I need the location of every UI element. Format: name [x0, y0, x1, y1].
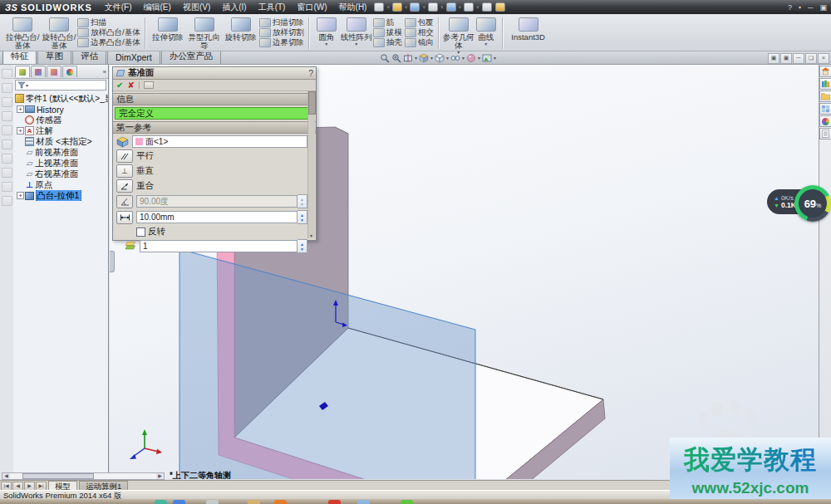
taskbar-app-icon[interactable]	[328, 500, 341, 504]
tree-item-sensors[interactable]: 传感器	[13, 115, 108, 125]
lofted-cut-button[interactable]: 放样切割	[259, 28, 304, 37]
taskbar-app-icon[interactable]	[206, 500, 219, 504]
dropdown-caret[interactable]: ▾	[325, 42, 327, 46]
open-document-icon[interactable]	[392, 2, 402, 12]
dropdown-caret[interactable]: ▾	[478, 56, 480, 61]
menu-view[interactable]: 视图(V)	[177, 0, 216, 14]
pm-help-button[interactable]: ?	[308, 68, 313, 78]
reference-geometry-button[interactable]: 参考几何体▾	[443, 16, 475, 55]
lofted-boss-button[interactable]: 放样凸台/基体	[77, 28, 140, 37]
table-tool-icon[interactable]	[2, 69, 12, 79]
dropdown-caret[interactable]: ▾	[462, 56, 465, 61]
doc-close-button[interactable]: ×	[818, 53, 829, 64]
tree-item-top-plane[interactable]: ▱ 上视基准面	[13, 158, 108, 169]
hide-show-items-icon[interactable]	[450, 53, 460, 63]
zoom-to-area-icon[interactable]	[391, 53, 401, 63]
fillet-button[interactable]: 圆角▾	[313, 16, 340, 46]
flip-checkbox[interactable]	[136, 228, 145, 237]
plane-count-spinner[interactable]: ▲▼	[297, 239, 307, 253]
dropdown-caret[interactable]: ▾	[430, 56, 433, 61]
table-tool-icon[interactable]	[2, 139, 12, 149]
tree-item-origin[interactable]: ⊥ 原点	[13, 179, 108, 190]
next-tab-icon[interactable]: ▶	[24, 482, 35, 491]
distance-spinner[interactable]: ▲▼	[297, 210, 307, 224]
prev-tab-icon[interactable]: ◀	[12, 482, 23, 491]
dropdown-caret[interactable]: ▾	[484, 42, 487, 46]
plane-count-input[interactable]: 1	[140, 240, 297, 252]
tree-filter-box[interactable]: ▾	[15, 80, 106, 91]
tree-item-history[interactable]: + History	[13, 104, 108, 115]
panel-splitter-handle[interactable]	[110, 251, 115, 272]
tree-item-boss-extrude[interactable]: + 凸台-拉伸1	[13, 190, 108, 201]
options-icon[interactable]	[495, 2, 505, 12]
configuration-manager-tab[interactable]	[47, 66, 61, 77]
section-view-icon[interactable]	[403, 53, 413, 63]
scroll-right-icon[interactable]: ▶	[156, 473, 164, 479]
display-manager-tab[interactable]	[62, 66, 77, 77]
table-tool-icon[interactable]	[2, 196, 12, 206]
curves-button[interactable]: 曲线▾	[475, 16, 498, 46]
table-tool-icon[interactable]	[2, 83, 12, 93]
appearances-icon[interactable]	[819, 115, 831, 127]
solidworks-resources-icon[interactable]	[819, 66, 831, 77]
wrap-button[interactable]: 包覆	[405, 18, 434, 27]
reference-selection-box[interactable]: 面<1>	[132, 135, 307, 148]
shell-button[interactable]: 抽壳	[373, 38, 402, 47]
coincident-constraint-button[interactable]	[116, 179, 133, 193]
tree-item-material[interactable]: 材质 <未指定>	[13, 136, 108, 147]
pm-detail-preview-icon[interactable]	[144, 81, 154, 89]
pm-ok-button[interactable]: ✔	[116, 81, 123, 90]
taskbar-app-icon[interactable]	[401, 500, 413, 504]
swept-cut-button[interactable]: 扫描切除	[259, 18, 304, 27]
tree-item-front-plane[interactable]: ▱ 前视基准面	[13, 147, 108, 158]
pm-scrollbar-thumb[interactable]	[308, 91, 316, 115]
menu-window[interactable]: 窗口(W)	[291, 0, 332, 14]
taskbar-app-icon[interactable]	[248, 500, 260, 504]
doc-restore-button[interactable]: ❏	[805, 53, 817, 64]
help-caret-icon[interactable]: ▾	[795, 4, 804, 10]
rebuild-icon[interactable]	[482, 2, 492, 12]
taskbar-app-icon[interactable]	[173, 500, 185, 504]
perpendicular-constraint-button[interactable]: ⊥	[116, 164, 133, 178]
zoom-fit-icon[interactable]	[380, 53, 390, 63]
doc-minimize-button[interactable]: ─	[793, 53, 804, 64]
file-explorer-icon[interactable]	[819, 91, 831, 102]
expand-icon[interactable]: +	[17, 192, 24, 199]
dropdown-caret[interactable]: ▾	[355, 42, 357, 46]
revolved-boss-button[interactable]: 旋转凸台/基体	[41, 16, 77, 50]
help-button[interactable]: ?	[784, 3, 795, 12]
first-tab-icon[interactable]: |◀	[1, 482, 12, 491]
pm-cancel-button[interactable]: ✘	[127, 81, 134, 90]
scrollbar-thumb[interactable]	[22, 473, 94, 479]
menu-help[interactable]: 帮助(H)	[333, 0, 373, 14]
dropdown-caret[interactable]: ▾	[26, 83, 28, 88]
dropdown-caret[interactable]: ▾	[494, 56, 496, 61]
tile-window-icon[interactable]: ▣	[780, 53, 792, 64]
pm-info-group-header[interactable]: 信息«	[113, 93, 316, 105]
swept-boss-button[interactable]: 扫描	[77, 18, 140, 27]
table-tool-icon[interactable]	[2, 182, 12, 192]
table-tool-icon[interactable]	[2, 111, 12, 121]
taskbar-app-icon[interactable]	[274, 500, 287, 504]
parallel-constraint-button[interactable]	[116, 149, 133, 163]
menu-tools[interactable]: 工具(T)	[253, 0, 292, 14]
apply-scene-icon[interactable]	[482, 53, 492, 63]
draft-button[interactable]: 拔模	[373, 28, 402, 37]
taskbar-app-icon[interactable]	[155, 500, 167, 504]
table-tool-icon[interactable]	[2, 154, 12, 164]
dropdown-caret[interactable]: ▾	[446, 56, 449, 61]
pm-scroll-down-icon[interactable]: ▾	[308, 232, 314, 238]
display-style-icon[interactable]	[435, 53, 445, 63]
view-orientation-icon[interactable]	[419, 53, 429, 63]
property-manager-tab[interactable]	[31, 66, 46, 77]
expand-icon[interactable]: +	[17, 127, 24, 135]
dropdown-caret[interactable]: ▾	[415, 56, 417, 61]
tab-dimxpert[interactable]: DimXpert	[107, 51, 160, 64]
expand-icon[interactable]: +	[17, 105, 24, 113]
rib-button[interactable]: 筋	[373, 18, 402, 27]
menu-edit[interactable]: 编辑(E)	[138, 0, 177, 14]
menu-insert[interactable]: 插入(I)	[216, 0, 252, 14]
save-icon[interactable]	[410, 2, 420, 12]
table-tool-icon[interactable]	[2, 168, 12, 178]
select-cursor-icon[interactable]	[464, 2, 474, 12]
